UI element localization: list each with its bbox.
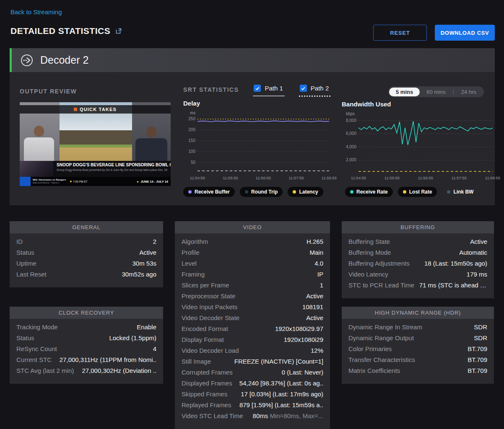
output-review-title: OUTPUT REVIEW [20, 88, 77, 95]
svg-text:150: 150 [188, 138, 195, 143]
stat-label: Corrupted Frames [182, 369, 233, 376]
legend-receive-rate[interactable]: Receive Rate [345, 187, 393, 197]
stat-label: Slices per Frame [182, 282, 229, 289]
svg-text:11:58:55: 11:58:55 [485, 176, 500, 180]
stat-row: Current STC27,000,311Hz (11PPM from Nomi… [10, 354, 163, 365]
stat-row: Video STC Lead Time80ms Min=80ms, Max=..… [175, 411, 330, 421]
stat-label: Status [16, 334, 34, 342]
svg-text:200: 200 [188, 127, 195, 132]
card-hdr-body: Dynamic Range In StreamSDRDynamic Range … [342, 319, 494, 384]
svg-text:11:54:55: 11:54:55 [351, 176, 366, 180]
download-csv-button[interactable]: DOWNLOAD CSV [435, 25, 495, 41]
legend-label: Link BW [453, 189, 473, 195]
svg-text:50: 50 [191, 160, 196, 165]
stat-row: Color PrimariesBT.709 [342, 344, 494, 354]
legend-dot-icon [188, 190, 192, 194]
path2-checkbox[interactable] [300, 85, 307, 92]
stat-row: STC Avg (last 2 min)27,000,302Hz (Deviat… [10, 365, 163, 376]
stat-label: Matrix Coefficients [348, 367, 400, 375]
stat-value: FREEZE (INACTIVE) [Count=1] [234, 358, 323, 365]
stat-row: Replayed Frames879 [1.59%] (Last: 15m59s… [175, 400, 330, 411]
stat-row: Corrupted Frames0 (Last: Never) [175, 367, 330, 378]
stat-row: Matrix CoefficientsBT.709 [342, 365, 494, 376]
page-title-text: DETAILED STATISTICS [10, 26, 110, 36]
stat-value: BT.709 [468, 356, 487, 364]
card-buffering-body: Buffering StateActiveBuffering ModeAutom… [342, 233, 494, 298]
svg-text:8,000: 8,000 [346, 118, 356, 123]
path1-toggle[interactable]: Path 1 [253, 84, 284, 96]
stat-label: Skipped Frames [182, 390, 227, 398]
thumb-ticker-dates: JUNE 14 - JULY 14 [137, 180, 168, 183]
decoder-icon [20, 54, 34, 67]
stat-value: 80ms Min=80ms, Max=... [253, 412, 323, 420]
stat-label: Profile [182, 249, 200, 256]
back-to-streaming-link[interactable]: Back to Streaming [10, 8, 62, 16]
stat-label: Buffering State [348, 238, 390, 246]
stat-row: Video Decoder Load12% [175, 345, 330, 356]
svg-text:11:57:55: 11:57:55 [288, 176, 304, 180]
stat-label: Algorithm [182, 238, 208, 246]
legend-lost-rate[interactable]: Lost Rate [398, 187, 437, 197]
range-24-hrs[interactable]: 24 hrs [455, 88, 483, 96]
card-clock-recovery-title: CLOCK RECOVERY [10, 307, 163, 319]
svg-text:11:55:55: 11:55:55 [384, 176, 400, 180]
delay-chart-title: Delay [183, 100, 200, 107]
bandwidth-chart-legend: Receive RateLost RateLink BW [345, 187, 478, 197]
svg-text:11:57:55: 11:57:55 [452, 176, 467, 180]
stat-row: ID2 [10, 236, 163, 247]
legend-link-bw[interactable]: Link BW [442, 187, 478, 197]
time-range-toggle: 5 mins60 mins|24 hrs [388, 86, 484, 97]
legend-latency[interactable]: Latency [288, 187, 323, 197]
stat-row: Buffering Adjustments18 (Last: 15m50s ag… [342, 258, 494, 269]
thumb-headline: SNOOP DOGG'S BEVERAGE LINE SPONSORING BO… [57, 163, 168, 167]
legend-round-trip[interactable]: Round Trip [240, 187, 283, 197]
decoder-name: Decoder 2 [40, 54, 88, 66]
card-hdr: HIGH DYNAMIC RANGE (HDR) Dynamic Range I… [342, 307, 494, 384]
svg-text:11:55:55: 11:55:55 [223, 176, 238, 180]
stat-row: Tracking ModeEnable [10, 322, 163, 333]
path1-checkbox[interactable] [254, 85, 261, 92]
card-video-title: VIDEO [175, 221, 330, 233]
stat-label: Dynamic Range In Stream [348, 323, 422, 331]
stat-value: H.265 [307, 238, 323, 246]
svg-text:11:58:55: 11:58:55 [322, 176, 337, 180]
thumb-banner-text: QUICK TAKES [80, 107, 117, 112]
external-link-icon[interactable] [115, 28, 122, 34]
path1-label: Path 1 [265, 85, 283, 92]
legend-label: Round Trip [251, 189, 278, 195]
stat-value: 108191 [302, 303, 323, 311]
card-clock-recovery-body: Tracking ModeEnableStatusLocked (1.5ppm)… [10, 319, 163, 384]
stat-label: Video Decoder State [182, 314, 239, 322]
svg-text:250: 250 [188, 116, 195, 121]
reset-button[interactable]: RESET [373, 25, 427, 41]
stat-value: 17 [0.03%] (Last: 17m9s ago) [241, 390, 323, 398]
thumb-subheadline: Snoop Dogg Arizona Bowl presented by Gin… [57, 168, 168, 171]
stat-value: Automatic [459, 249, 487, 256]
stat-value: 30m52s ago [122, 271, 156, 278]
stat-cards: GENERAL ID2StatusActiveUptime30m 53sLast… [10, 221, 495, 429]
range-60-mins[interactable]: 60 mins [420, 88, 452, 96]
legend-dot-icon [293, 190, 296, 194]
stat-value: 1920x1080i29 [284, 336, 323, 344]
bandwidth-chart-svg: 2,0004,0006,0008,00011:54:5511:55:5511:5… [339, 114, 495, 181]
stat-value: 179 ms [467, 271, 487, 278]
stat-value: 1920x1080i29.97 [275, 325, 323, 333]
stat-value: 1 [320, 282, 323, 289]
stat-label: Current STC [16, 356, 52, 364]
legend-receive-buffer[interactable]: Receive Buffer [183, 187, 235, 197]
stat-row: AlgorithmH.265 [175, 236, 330, 247]
path2-toggle[interactable]: Path 2 [299, 84, 330, 97]
thumb-person-right [135, 127, 167, 161]
stats-panel: OUTPUT REVIEW QUICK TAKES SNOOP DOGG'S B… [10, 72, 495, 205]
card-general: GENERAL ID2StatusActiveUptime30m 53sLast… [10, 221, 163, 287]
stat-label: Level [182, 260, 197, 267]
stat-value: SDR [474, 323, 487, 331]
stat-value: 0 (Last: Never) [282, 369, 323, 376]
stat-label: Displayed Frames [182, 380, 232, 387]
thumb-ticker: NHL Hurricanes vs Rangers East.2nd Round… [20, 177, 171, 186]
stat-value: Main [309, 249, 323, 256]
range-5-mins[interactable]: 5 mins [389, 88, 420, 96]
stat-label: Still Image [182, 358, 211, 365]
stat-value: Active [470, 238, 487, 246]
stat-label: STC to PCR Lead Time [348, 282, 414, 289]
